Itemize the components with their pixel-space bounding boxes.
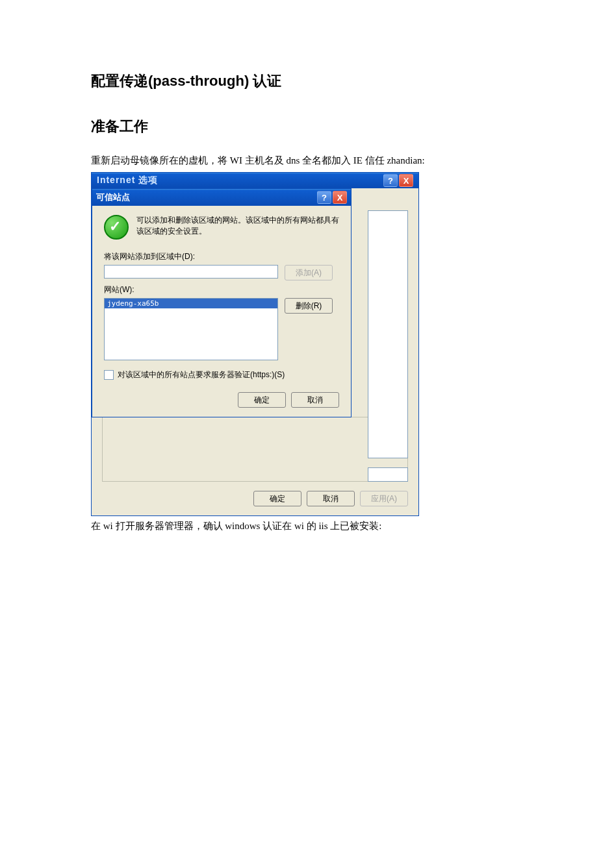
trusted-ok-button[interactable]: 确定 (238, 392, 286, 408)
add-site-input[interactable] (104, 265, 278, 279)
trusted-sites-titlebar: 可信站点 ? X (92, 189, 351, 206)
internet-options-title: Internet 选项 (97, 175, 158, 186)
outer-cancel-button[interactable]: 取消 (307, 491, 355, 506)
trusted-sites-dialog: 可信站点 ? X 可以添加和删除该区域的网站。该区域中的所有网站都具有该区域的安… (92, 188, 352, 417)
background-panel (368, 210, 408, 458)
doc-paragraph-2: 在 wi 打开服务器管理器，确认 windows 认证在 wi 的 iis 上已… (91, 520, 523, 532)
trusted-check-icon (104, 215, 129, 240)
sites-listbox[interactable]: jydeng-xa65b (104, 298, 278, 360)
doc-heading-2: 准备工作 (91, 117, 523, 136)
add-site-label: 将该网站添加到区域中(D): (104, 251, 339, 262)
outer-groupbox (102, 417, 408, 482)
add-site-button[interactable]: 添加(A) (285, 265, 333, 280)
list-item[interactable]: jydeng-xa65b (105, 299, 277, 308)
trusted-help-button[interactable]: ? (317, 191, 331, 204)
require-https-checkbox[interactable] (104, 370, 114, 380)
internet-options-titlebar: Internet 选项 ? X (92, 173, 418, 188)
doc-heading-1: 配置传递(pass-through) 认证 (91, 71, 523, 91)
outer-close-button[interactable]: X (399, 174, 413, 187)
trusted-sites-title: 可信站点 (96, 192, 130, 203)
trusted-close-button[interactable]: X (333, 191, 347, 204)
outer-ok-button[interactable]: 确定 (253, 491, 301, 506)
trusted-cancel-button[interactable]: 取消 (291, 392, 339, 408)
doc-paragraph-1: 重新启动母镜像所在的虚机，将 WI 主机名及 dns 全名都加入 IE 信任 z… (91, 155, 523, 167)
outer-help-button[interactable]: ? (383, 174, 398, 187)
sites-listbox-label: 网站(W): (104, 284, 339, 295)
remove-site-button[interactable]: 删除(R) (285, 298, 333, 314)
internet-options-window: Internet 选项 ? X 可信站点 ? X 可以添加和删除该区域的网站。该… (91, 172, 419, 516)
require-https-row[interactable]: 对该区域中的所有站点要求服务器验证(https:)(S) (104, 369, 339, 380)
outer-apply-button[interactable]: 应用(A) (360, 491, 408, 506)
trusted-info-text: 可以添加和删除该区域的网站。该区域中的所有网站都具有该区域的安全设置。 (136, 215, 339, 237)
require-https-label: 对该区域中的所有站点要求服务器验证(https:)(S) (118, 369, 285, 380)
background-small-box (368, 467, 408, 482)
